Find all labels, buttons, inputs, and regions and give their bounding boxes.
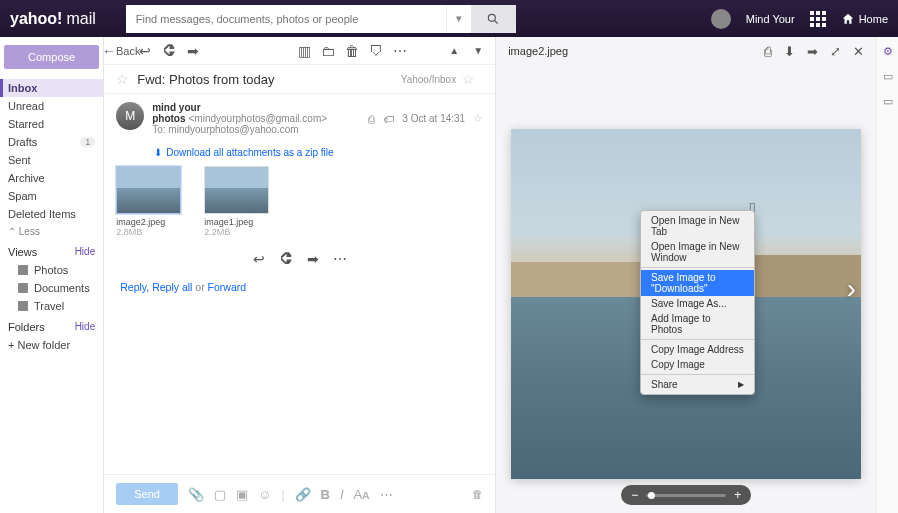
zoom-in-icon[interactable]: +: [734, 488, 741, 502]
next-image-arrow[interactable]: ›: [847, 273, 856, 305]
pv-close-icon[interactable]: ✕: [853, 44, 864, 59]
reply-icon[interactable]: ↩: [138, 44, 152, 58]
folder-deleted[interactable]: Deleted Items: [0, 205, 103, 223]
folder-spam[interactable]: Spam: [0, 187, 103, 205]
quick-more-icon[interactable]: ⋯: [333, 251, 347, 267]
ctx-open-new-window[interactable]: Open Image in New Window: [641, 239, 754, 265]
star-msg-icon[interactable]: ☆: [473, 112, 483, 125]
attach-icon[interactable]: 📎: [188, 487, 204, 502]
pv-fullscreen-icon[interactable]: ⤢: [830, 44, 841, 59]
svg-point-0: [489, 14, 496, 21]
send-button[interactable]: Send: [116, 483, 178, 505]
ctx-add-to-photos[interactable]: Add Image to Photos: [641, 311, 754, 337]
drafts-badge: 1: [80, 137, 95, 147]
more-icon[interactable]: ⋯: [393, 44, 407, 58]
user-name[interactable]: Mind Your: [746, 13, 795, 25]
less-toggle[interactable]: ⌃ Less: [0, 223, 103, 240]
emoji-icon[interactable]: ☺: [258, 487, 271, 502]
hide-folders[interactable]: Hide: [75, 321, 96, 333]
view-photos[interactable]: Photos: [0, 261, 103, 279]
home-button[interactable]: Home: [841, 12, 888, 26]
forward-link[interactable]: Forward: [208, 281, 247, 293]
up-icon[interactable]: ▲: [447, 44, 461, 58]
back-button[interactable]: ← Back: [114, 44, 128, 58]
download-icon: ⬇: [154, 147, 162, 158]
link-icon[interactable]: 🔗: [295, 487, 311, 502]
ctx-save-downloads[interactable]: Save Image to "Downloads": [641, 270, 754, 296]
pv-print-icon[interactable]: ⎙: [764, 44, 772, 59]
folder-sent[interactable]: Sent: [0, 151, 103, 169]
logo-text: yahoo!: [10, 10, 62, 28]
or-text: or: [192, 281, 207, 293]
view-documents[interactable]: Documents: [0, 279, 103, 297]
archive-icon[interactable]: ▥: [297, 44, 311, 58]
message-header: M mind your photos<mindyourphotos@gmail.…: [104, 94, 495, 143]
search-button[interactable]: [471, 5, 516, 33]
yahoo-logo[interactable]: yahoo!mail: [10, 10, 96, 28]
folder-drafts[interactable]: Drafts1: [0, 133, 103, 151]
compose-button[interactable]: Compose: [4, 45, 99, 69]
ctx-open-new-tab[interactable]: Open Image in New Tab: [641, 213, 754, 239]
quick-forward-icon[interactable]: ➡: [307, 251, 319, 267]
sidebar: Compose Inbox Unread Starred Drafts1 Sen…: [0, 37, 104, 513]
zoom-out-icon[interactable]: −: [631, 488, 638, 502]
font-icon[interactable]: Aᴀ: [354, 487, 371, 502]
reply-all-link[interactable]: Reply all: [152, 281, 192, 293]
print-icon[interactable]: ⎙: [368, 113, 375, 125]
search-dropdown[interactable]: ▾: [446, 5, 471, 33]
folder-archive[interactable]: Archive: [0, 169, 103, 187]
attachment-1[interactable]: image1.jpeg 2.2MB: [204, 166, 284, 237]
folder-starred[interactable]: Starred: [0, 115, 103, 133]
move-icon[interactable]: 🗀: [321, 44, 335, 58]
compose-bar: Send 📎 ▢ ▣ ☺ | 🔗 B I Aᴀ ⋯ 🗑: [104, 474, 495, 513]
delete-icon[interactable]: 🗑: [345, 44, 359, 58]
home-label: Home: [859, 13, 888, 25]
gif-icon[interactable]: ▢: [214, 487, 226, 502]
hide-views[interactable]: Hide: [75, 246, 96, 258]
apps-grid-icon[interactable]: [810, 11, 826, 27]
views-header: ViewsHide: [0, 240, 103, 261]
pv-forward-icon[interactable]: ➡: [807, 44, 818, 59]
attachment-0[interactable]: image2.jpeg 2.8MB: [116, 166, 196, 237]
message-toolbar: ← Back ↩ ⮈ ➡ ▥ 🗀 🗑 ⛉ ⋯ ▲ ▼: [104, 37, 495, 65]
zoom-slider[interactable]: [646, 494, 726, 497]
spam-icon[interactable]: ⛉: [369, 44, 383, 58]
view-travel[interactable]: Travel: [0, 297, 103, 315]
folder-unread[interactable]: Unread: [0, 97, 103, 115]
attachment-size-1: 2.2MB: [204, 227, 284, 237]
star-icon-right[interactable]: ☆: [462, 71, 475, 87]
ctx-share[interactable]: Share▶: [641, 377, 754, 392]
search-input[interactable]: [126, 5, 446, 33]
attachment-name-0: image2.jpeg: [116, 217, 196, 227]
context-menu: Open Image in New Tab Open Image in New …: [640, 210, 755, 395]
travel-icon: [18, 301, 28, 311]
reply-link[interactable]: Reply: [120, 281, 146, 293]
new-folder[interactable]: + New folder: [0, 336, 103, 354]
italic-icon[interactable]: I: [340, 487, 344, 502]
ctx-save-as[interactable]: Save Image As...: [641, 296, 754, 311]
search-box: ▾: [126, 5, 516, 33]
folder-inbox[interactable]: Inbox: [0, 79, 103, 97]
contact-icon[interactable]: ▭: [883, 70, 893, 83]
quick-reply-all-icon[interactable]: ⮈: [279, 251, 293, 267]
stationery-icon[interactable]: ▣: [236, 487, 248, 502]
user-avatar[interactable]: [711, 9, 731, 29]
user-area: Mind Your Home: [711, 9, 888, 29]
discard-icon[interactable]: 🗑: [472, 488, 483, 500]
subject-text: Fwd: Photos from today: [137, 72, 401, 87]
reply-all-icon[interactable]: ⮈: [162, 44, 176, 58]
gear-icon[interactable]: ⚙: [883, 45, 893, 58]
tag-icon[interactable]: 🏷: [383, 113, 394, 125]
forward-icon[interactable]: ➡: [186, 44, 200, 58]
calendar-icon[interactable]: ▭: [883, 95, 893, 108]
download-all-link[interactable]: Download all attachments as a zip file: [166, 147, 333, 158]
ctx-copy-address[interactable]: Copy Image Address: [641, 342, 754, 357]
down-icon[interactable]: ▼: [471, 44, 485, 58]
ctx-copy-image[interactable]: Copy Image: [641, 357, 754, 372]
preview-toolbar: image2.jpeg ⎙ ⬇ ➡ ⤢ ✕: [496, 37, 876, 65]
more-format-icon[interactable]: ⋯: [380, 487, 393, 502]
bold-icon[interactable]: B: [321, 487, 330, 502]
quick-reply-icon[interactable]: ↩: [253, 251, 265, 267]
pv-download-icon[interactable]: ⬇: [784, 44, 795, 59]
star-icon[interactable]: ☆: [116, 71, 129, 87]
